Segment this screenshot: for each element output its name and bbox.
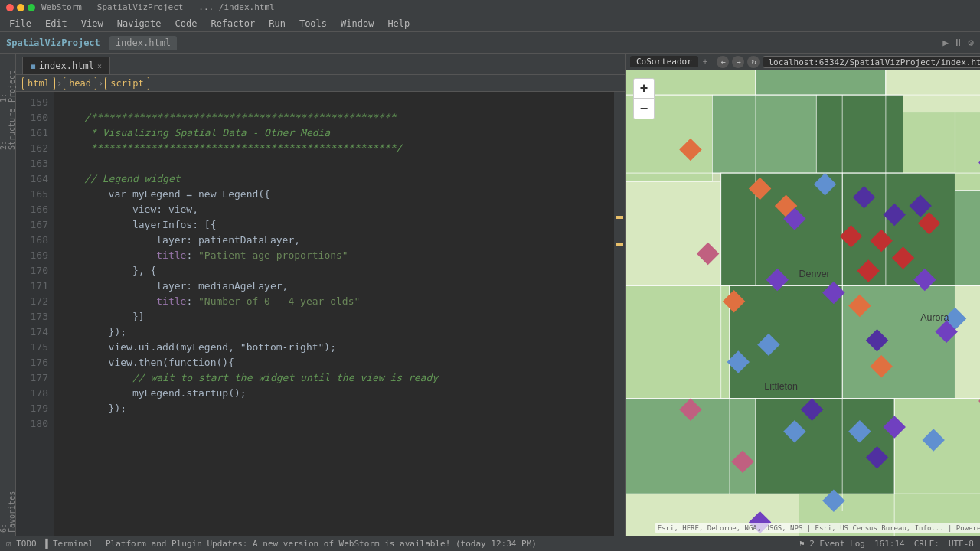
html-file-icon: ◼ bbox=[31, 61, 36, 71]
breadcrumb-html[interactable]: html bbox=[22, 77, 55, 90]
scroll-marker-2 bbox=[616, 243, 623, 246]
window-titlebar: WebStorm - SpatialVizProject - ... /inde… bbox=[0, 0, 980, 15]
browser-forward-button[interactable]: → bbox=[732, 56, 744, 68]
map-panel: CoSorteador + ← → ↻ localhost:63342/Spat… bbox=[625, 54, 980, 536]
menu-refactor[interactable]: Refactor bbox=[204, 17, 261, 31]
settings-icon[interactable]: ⚙ bbox=[968, 37, 974, 48]
code-line-173: }] bbox=[60, 309, 608, 324]
code-line-169: title: "Patient age proportions" bbox=[60, 248, 608, 263]
menu-file[interactable]: File bbox=[3, 17, 38, 31]
svg-rect-12 bbox=[626, 285, 730, 398]
new-tab-button[interactable]: + bbox=[700, 57, 711, 67]
code-area[interactable]: 1591601611621631641651661671681691701711… bbox=[16, 92, 625, 536]
menu-edit[interactable]: Edit bbox=[39, 17, 74, 31]
browser-bar: CoSorteador + ← → ↻ localhost:63342/Spat… bbox=[626, 54, 980, 70]
minimize-button[interactable] bbox=[17, 4, 24, 11]
svg-rect-6 bbox=[816, 95, 903, 173]
browser-tab-main[interactable]: CoSorteador bbox=[630, 56, 698, 67]
code-line-180 bbox=[60, 416, 608, 432]
run-icon[interactable]: ▶ bbox=[942, 37, 949, 48]
svg-rect-5 bbox=[712, 95, 816, 173]
status-notification: Platform and Plugin Updates: A new versi… bbox=[100, 539, 793, 549]
svg-rect-8 bbox=[626, 181, 721, 285]
code-line-162: ****************************************… bbox=[60, 141, 608, 156]
cursor-position: 161:14 bbox=[874, 539, 905, 549]
code-line-161: * Visualizing Spatial Data - Other Media bbox=[60, 126, 608, 141]
code-line-177: // wait to start the widget until the vi… bbox=[60, 370, 608, 386]
map-attribution: Esri, HERE, DeLorme, NGA, USGS, NPS | Es… bbox=[655, 523, 980, 533]
browser-back-button[interactable]: ← bbox=[717, 56, 729, 68]
map-zoom-controls: + − bbox=[633, 78, 655, 119]
toolbar-file-tab[interactable]: index.html bbox=[109, 36, 177, 50]
menu-window[interactable]: Window bbox=[335, 17, 380, 31]
svg-rect-15 bbox=[955, 285, 980, 398]
code-line-171: layer: medianAgeLayer, bbox=[60, 279, 608, 294]
code-line-175: view.ui.add(myLegend, "bottom-right"); bbox=[60, 340, 608, 355]
code-line-172: title: "Number of 0 - 4 year olds" bbox=[60, 294, 608, 309]
zoom-in-button[interactable]: + bbox=[634, 79, 654, 99]
code-line-160: /***************************************… bbox=[60, 110, 608, 126]
code-line-165: var myLegend = new Legend({ bbox=[60, 187, 608, 202]
editor-tabs: ◼ index.html × bbox=[16, 54, 625, 75]
code-line-163 bbox=[60, 156, 608, 171]
menu-help[interactable]: Help bbox=[381, 17, 416, 31]
sidebar-item-structure[interactable]: 2: Structure bbox=[0, 104, 15, 150]
map-container[interactable]: + − bbox=[626, 70, 980, 536]
svg-rect-13 bbox=[730, 285, 842, 398]
code-line-167: layerInfos: [{ bbox=[60, 217, 608, 233]
breadcrumb-script[interactable]: script bbox=[105, 77, 149, 90]
code-line-179: }); bbox=[60, 401, 608, 416]
code-line-174: }); bbox=[60, 324, 608, 340]
menu-tools[interactable]: Tools bbox=[293, 17, 333, 31]
browser-tabs: CoSorteador + bbox=[630, 56, 710, 67]
browser-url-bar[interactable]: localhost:63342/SpatialVizProject/index.… bbox=[763, 56, 980, 68]
file-encoding: UTF-8 bbox=[949, 539, 974, 549]
line-numbers: 1591601611621631641651661671681691701711… bbox=[16, 92, 54, 536]
window-controls bbox=[6, 4, 35, 11]
svg-rect-11 bbox=[955, 191, 980, 286]
editor-panel: ◼ index.html × html › head › script 1591… bbox=[16, 54, 625, 536]
event-log-button[interactable]: ⚑ 2 Event Log bbox=[799, 539, 865, 549]
menu-navigate[interactable]: Navigate bbox=[111, 17, 168, 31]
code-line-178: myLegend.startup(); bbox=[60, 386, 608, 401]
tab-filename: index.html bbox=[39, 60, 94, 71]
map-svg: Denver Aurora Littleton bbox=[626, 70, 980, 536]
code-line-159 bbox=[60, 95, 608, 110]
breadcrumb-sep1: › bbox=[57, 78, 62, 89]
terminal-button[interactable]: ▐ Terminal bbox=[43, 539, 93, 549]
window-title: WebStorm - SpatialVizProject - ... /inde… bbox=[41, 2, 275, 12]
maximize-button[interactable] bbox=[28, 4, 35, 11]
editor-tab-index-html[interactable]: ◼ index.html × bbox=[22, 57, 110, 74]
zoom-out-button[interactable]: − bbox=[634, 99, 654, 119]
menu-run[interactable]: Run bbox=[263, 17, 292, 31]
code-line-164: // Legend widget bbox=[60, 171, 608, 187]
svg-rect-2 bbox=[756, 70, 886, 95]
status-right: ⚑ 2 Event Log 161:14 CRLF: UTF-8 bbox=[799, 539, 974, 549]
status-bar: ☑ TODO ▐ Terminal Platform and Plugin Up… bbox=[0, 536, 980, 551]
tab-close-icon[interactable]: × bbox=[97, 62, 102, 70]
status-left: ☑ TODO ▐ Terminal bbox=[6, 539, 93, 549]
line-ending: CRLF: bbox=[914, 539, 939, 549]
menu-bar: File Edit View Navigate Code Refactor Ru… bbox=[0, 15, 980, 32]
code-content[interactable]: /***************************************… bbox=[54, 92, 614, 536]
menu-view[interactable]: View bbox=[75, 17, 109, 31]
breadcrumb-head[interactable]: head bbox=[64, 77, 96, 90]
code-line-168: layer: patientDataLayer, bbox=[60, 233, 608, 248]
code-line-176: view.then(function(){ bbox=[60, 355, 608, 370]
sidebar-item-project[interactable]: 1: Project bbox=[0, 57, 15, 103]
svg-rect-17 bbox=[756, 399, 894, 494]
todo-button[interactable]: ☑ TODO bbox=[6, 539, 37, 549]
scroll-marker-1 bbox=[616, 216, 623, 219]
scroll-markers bbox=[614, 92, 625, 536]
sidebar-item-favorites[interactable]: 6: Favorites bbox=[0, 487, 15, 533]
close-button[interactable] bbox=[6, 4, 14, 11]
breadcrumb-sep2: › bbox=[98, 78, 103, 89]
debug-icon[interactable]: ⏸ bbox=[953, 37, 963, 48]
code-line-166: view: view, bbox=[60, 202, 608, 217]
editor-breadcrumb: html › head › script bbox=[16, 75, 625, 92]
main-toolbar: SpatialVizProject index.html ▶ ⏸ ⚙ bbox=[0, 32, 980, 54]
menu-code[interactable]: Code bbox=[169, 17, 204, 31]
project-name: SpatialVizProject bbox=[6, 37, 100, 48]
left-sidebar: 1: Project 2: Structure 6: Favorites bbox=[0, 54, 16, 536]
browser-refresh-button[interactable]: ↻ bbox=[747, 56, 760, 68]
